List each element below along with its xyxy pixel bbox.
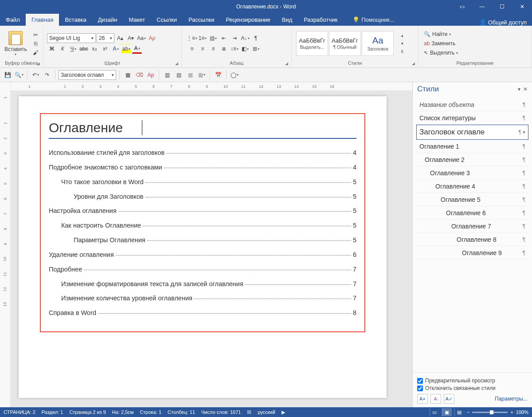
- expand-icon[interactable]: ◢: [175, 61, 180, 67]
- expand-icon[interactable]: ◢: [285, 61, 290, 67]
- style-item[interactable]: АаБбВвГг¶ Обычный: [329, 31, 361, 56]
- status-at[interactable]: На: 2,5см: [112, 409, 134, 415]
- toc-entry[interactable]: Настройка оглавления5: [49, 207, 356, 215]
- align-left-icon[interactable]: ≡: [187, 44, 197, 54]
- tab-главная[interactable]: Главная: [26, 14, 59, 26]
- style-item[interactable]: АаЗаголовок: [362, 31, 394, 56]
- qat-table-icon[interactable]: ▦: [123, 70, 133, 80]
- font-size-combo[interactable]: 26▾: [97, 33, 114, 43]
- maximize-button[interactable]: ☐: [492, 0, 512, 13]
- style-list-item[interactable]: Название объекта¶: [416, 98, 528, 111]
- toc-entry[interactable]: Изменение форматирования текста для запи…: [49, 280, 356, 288]
- view-web-icon[interactable]: ▤: [454, 408, 464, 416]
- style-list-item[interactable]: Оглавление 8¶: [416, 233, 528, 246]
- zoom-slider[interactable]: [472, 412, 508, 413]
- qat-item[interactable]: ▥: [162, 70, 172, 80]
- bold-icon[interactable]: Ж: [47, 44, 57, 54]
- status-section[interactable]: Раздел: 1: [42, 409, 63, 415]
- tab-вставка[interactable]: Вставка: [59, 14, 92, 26]
- status-macro-icon[interactable]: ▶: [282, 409, 285, 415]
- tab-макет[interactable]: Макет: [123, 14, 151, 26]
- multilevel-icon[interactable]: ▤: [208, 33, 218, 43]
- style-list-item[interactable]: Оглавление 4¶: [416, 180, 528, 193]
- document-area[interactable]: 112345678910111213141516 Оглавление Испо…: [11, 82, 412, 407]
- status-line[interactable]: Строка: 1: [140, 409, 161, 415]
- style-list-item[interactable]: Оглавление 5¶: [416, 193, 528, 206]
- superscript-icon[interactable]: x²: [100, 44, 110, 54]
- numbering-icon[interactable]: 1≡: [198, 33, 207, 43]
- style-list-item[interactable]: Список литературы¶: [416, 111, 528, 125]
- justify-icon[interactable]: ≣: [219, 44, 229, 54]
- styles-up-icon[interactable]: ▴: [397, 31, 407, 39]
- tab-рассылки[interactable]: Рассылки: [183, 14, 220, 26]
- view-read-icon[interactable]: ▭: [430, 408, 439, 416]
- minimize-button[interactable]: —: [472, 0, 492, 13]
- line-spacing-icon[interactable]: ↕≡: [230, 44, 239, 54]
- qat-item[interactable]: ▤: [174, 70, 184, 80]
- redo-icon[interactable]: ↷: [42, 70, 52, 80]
- shrink-font-icon[interactable]: A▾: [126, 33, 136, 43]
- status-words[interactable]: Число слов: 1071: [201, 409, 241, 415]
- decrease-indent-icon[interactable]: ⇤: [219, 33, 229, 43]
- replace-button[interactable]: abЗаменить: [424, 39, 458, 48]
- styles-down-icon[interactable]: ▾: [397, 39, 407, 47]
- cut-icon[interactable]: ✂: [31, 30, 40, 39]
- show-marks-icon[interactable]: ¶: [251, 33, 261, 43]
- toc-entry[interactable]: Уровни для Заголовков5: [49, 193, 356, 201]
- toc-heading[interactable]: Оглавление: [49, 120, 356, 139]
- qat-item[interactable]: 🔍: [14, 70, 24, 80]
- toc-entry[interactable]: Что такое заголовки в Word5: [49, 178, 356, 186]
- toc-entry[interactable]: Удаление оглавления6: [49, 251, 356, 259]
- options-link[interactable]: Параметры...: [495, 396, 528, 402]
- tab-вид[interactable]: Вид: [276, 14, 298, 26]
- style-list-item[interactable]: Оглавление 1¶: [416, 140, 528, 153]
- view-print-icon[interactable]: ▣: [442, 408, 452, 416]
- expand-icon[interactable]: ◢: [412, 61, 417, 67]
- font-name-combo[interactable]: Segoe UI Lig▾: [47, 33, 96, 43]
- bullets-icon[interactable]: ⋮≡: [187, 33, 197, 43]
- qat-item[interactable]: ▦: [197, 70, 207, 80]
- style-list-item[interactable]: Оглавление 6¶: [416, 206, 528, 220]
- toc-entry[interactable]: Параметры Оглавления5: [49, 236, 356, 244]
- zoom-out-icon[interactable]: −: [467, 409, 469, 415]
- undo-icon[interactable]: ↶: [31, 70, 40, 80]
- toc-entry[interactable]: Использование стилей для заголовков4: [49, 149, 356, 157]
- borders-icon[interactable]: ⊞: [251, 44, 261, 54]
- preview-checkbox[interactable]: Предварительный просмотр: [417, 378, 528, 384]
- increase-indent-icon[interactable]: ⇥: [230, 33, 239, 43]
- find-button[interactable]: 🔍Найти ▾: [424, 30, 458, 39]
- align-right-icon[interactable]: ≡: [208, 44, 218, 54]
- sort-icon[interactable]: A↓: [240, 33, 250, 43]
- change-case-icon[interactable]: Aa: [137, 33, 146, 43]
- qat-calendar-icon[interactable]: 📅: [213, 70, 223, 80]
- close-button[interactable]: ✕: [512, 0, 532, 13]
- qat-clear-icon[interactable]: ⌫: [134, 70, 144, 80]
- qat-eraser-icon[interactable]: Aρ: [146, 70, 156, 80]
- zoom-level[interactable]: 100%: [516, 409, 528, 415]
- tab-разработчик[interactable]: Разработчик: [298, 14, 343, 26]
- highlight-icon[interactable]: ab: [121, 44, 131, 54]
- toc-entry[interactable]: Как настроить Оглавление5: [49, 221, 356, 230]
- tab-рецензирование[interactable]: Рецензирование: [220, 14, 276, 26]
- status-page-of[interactable]: Страница 2 из 9: [69, 409, 106, 415]
- toc-entry[interactable]: Справка в Word8: [49, 309, 356, 317]
- style-list-item[interactable]: Заголовок оглавле¶ ▾: [416, 125, 528, 140]
- zoom-in-icon[interactable]: +: [510, 409, 513, 415]
- pane-close-icon[interactable]: ✕: [523, 86, 528, 92]
- font-color-icon[interactable]: A: [132, 44, 142, 54]
- copy-icon[interactable]: ⎘: [31, 39, 40, 48]
- qat-shape-icon[interactable]: ◯: [230, 70, 239, 80]
- grow-font-icon[interactable]: A▴: [115, 33, 125, 43]
- style-list-item[interactable]: Оглавление 3¶: [416, 166, 528, 180]
- manage-styles-icon[interactable]: A✓: [444, 394, 454, 404]
- shading-icon[interactable]: ◧: [240, 44, 250, 54]
- status-proof-icon[interactable]: ☒: [247, 409, 251, 415]
- pane-menu-icon[interactable]: ▾: [518, 86, 520, 92]
- style-combo[interactable]: Заголовок оглавл▾: [59, 70, 116, 80]
- toc-entry[interactable]: Подробнее7: [49, 265, 356, 274]
- qat-item[interactable]: ▦: [185, 70, 195, 80]
- style-item[interactable]: АаБбВвГгВыделить...: [296, 31, 328, 56]
- status-column[interactable]: Столбец: 11: [168, 409, 195, 415]
- tab-дизайн[interactable]: Дизайн: [92, 14, 123, 26]
- select-button[interactable]: ↖Выделить ▾: [424, 48, 458, 57]
